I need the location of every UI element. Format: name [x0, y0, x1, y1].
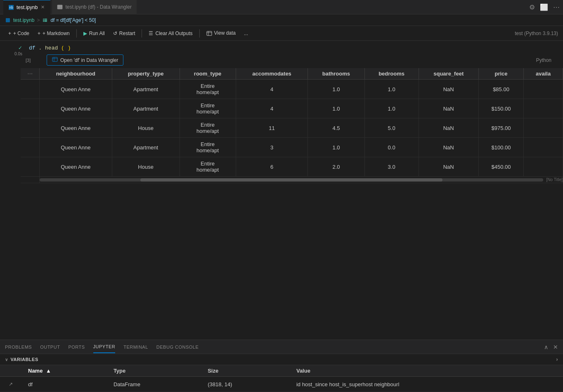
cell-price: $85.00 [478, 80, 524, 99]
cell-accommodates: 3 [236, 138, 308, 157]
var-size: (3818, 14) [201, 377, 290, 392]
cell-neighbourhood: Queen Anne [40, 157, 112, 177]
cell-3: ✓ 0.0s df . head ( ) [3] [0, 44, 563, 68]
title-bar-right: ⚙ ⬜ ⋯ [529, 3, 560, 11]
scrollbar-thumb [140, 178, 442, 182]
cell-bedrooms: 1.0 [364, 80, 419, 99]
more-icon[interactable]: ⋯ [553, 3, 560, 11]
cell-neighbourhood: Queen Anne [40, 99, 112, 118]
col-type[interactable]: Type [107, 365, 201, 377]
clear-outputs-button[interactable]: ☰ Clear All Outputs [145, 29, 196, 38]
plus-icon: + [8, 31, 11, 36]
scrollbar-track-cell[interactable]: [No Title] [40, 177, 563, 183]
data-wrangler-btn-icon [52, 57, 58, 64]
svg-rect-9 [207, 31, 212, 35]
col-header-neighbourhood[interactable]: neighbourhood [40, 68, 112, 80]
dw-button-label: Open 'df' in Data Wrangler [60, 57, 118, 63]
tab-output[interactable]: OUTPUT [40, 341, 60, 353]
code-method: head [45, 45, 58, 51]
svg-rect-12 [52, 57, 57, 61]
col-header-square-feet[interactable]: square_feet [419, 68, 478, 80]
tab-problems[interactable]: PROBLEMS [5, 341, 32, 353]
tab-data-wrangler[interactable]: test.ipynb (df) - Data Wrangler [52, 0, 137, 14]
notebook-icon: nb [8, 5, 14, 10]
cell-bedrooms: 3.0 [364, 157, 419, 177]
layout-icon[interactable]: ⬜ [540, 3, 548, 11]
cell-property-type: House [112, 118, 180, 138]
cell-time: 0.0s [14, 52, 22, 56]
col-value[interactable]: Value [290, 365, 563, 377]
cell-square-feet: NaN [419, 118, 478, 138]
cell-bathrooms: 2.0 [308, 157, 364, 177]
variables-more-icon[interactable]: › [556, 357, 558, 362]
cell-property-type: Apartment [112, 138, 180, 157]
close-panel-icon[interactable]: ✕ [553, 344, 558, 350]
col-header-room-type[interactable]: room_type [180, 68, 236, 80]
table-row: Queen Anne Apartment Entirehome/apt 3 1.… [21, 138, 563, 157]
tab-test-ipynb[interactable]: nb test.ipynb ✕ [3, 0, 50, 14]
tab-jupyter[interactable]: JUPYTER [93, 341, 116, 353]
export-variable-icon[interactable]: ↗ [7, 380, 15, 388]
tab-terminal[interactable]: TERMINAL [123, 341, 148, 353]
col-header-accommodates[interactable]: accommodates [236, 68, 308, 80]
variables-header[interactable]: ∨ VARIABLES › [0, 354, 563, 365]
cell-accommodates: 6 [236, 157, 308, 177]
breadcrumb-file[interactable]: test.ipynb [13, 17, 34, 23]
col-header-bathrooms[interactable]: bathrooms [308, 68, 364, 80]
run-all-button[interactable]: ▶ Run All [80, 29, 108, 38]
cell-accommodates: 4 [236, 80, 308, 99]
cell-room-type: Entirehome/apt [180, 118, 236, 138]
data-table: ⋯ neighbourhood property_type room_type … [21, 68, 563, 183]
settings-icon[interactable]: ⚙ [529, 3, 535, 11]
horizontal-scrollbar[interactable] [40, 178, 543, 182]
var-name: df [21, 377, 107, 392]
svg-text:nb: nb [9, 6, 13, 9]
var-value: id host_since host_is_superhost neighbou… [290, 377, 563, 392]
cell-availa [524, 80, 563, 99]
add-markdown-button[interactable]: + + Markdown [34, 29, 73, 38]
cell-square-feet: NaN [419, 80, 478, 99]
col-header-availa[interactable]: availa [524, 68, 563, 80]
cell-square-feet: NaN [419, 99, 478, 118]
tab-ports[interactable]: PORTS [68, 341, 85, 353]
col-size[interactable]: Size [201, 365, 290, 377]
table-row: Queen Anne House Entirehome/apt 6 2.0 3.… [21, 157, 563, 177]
notebook-scroll-area[interactable]: ✓ 0.0s df . head ( ) [3] [0, 41, 563, 340]
code-paren-close: ) [68, 45, 71, 51]
code-line: df . head ( ) [26, 44, 558, 52]
restart-button[interactable]: ↺ Restart [110, 29, 139, 38]
more-button[interactable]: ... [241, 29, 251, 38]
col-header-bedrooms[interactable]: bedrooms [364, 68, 419, 80]
more-icon: ... [244, 31, 248, 36]
add-code-button[interactable]: + + Code [5, 29, 33, 38]
scrollbar-row: [No Title] [21, 177, 563, 183]
cell-bedrooms: 0.0 [364, 138, 419, 157]
cell-price: $450.00 [478, 157, 524, 177]
cell-room-type: Entirehome/apt [180, 138, 236, 157]
no-title-label: [No Title] [546, 177, 563, 182]
table-row: Queen Anne House Entirehome/apt 11 4.5 5… [21, 118, 563, 138]
view-data-button[interactable]: View data [203, 28, 239, 38]
chevron-up-icon[interactable]: ∧ [544, 344, 548, 350]
close-icon[interactable]: ✕ [40, 4, 45, 11]
notebook-small-icon [5, 17, 11, 23]
col-name[interactable]: Name ▲ [21, 365, 107, 377]
code-paren-open: ( [61, 45, 64, 51]
python-version[interactable]: test (Python 3.9.13) [515, 31, 558, 36]
notebook-area: ✓ 0.0s df . head ( ) [3] [0, 41, 563, 187]
col-header-price[interactable]: price [478, 68, 524, 80]
cell-neighbourhood: Queen Anne [40, 80, 112, 99]
sort-asc-icon: ▲ [46, 368, 51, 374]
col-header-property-type[interactable]: property_type [112, 68, 180, 80]
tab-debug-console[interactable]: DEBUG CONSOLE [156, 341, 199, 353]
cell-neighbourhood: Queen Anne [40, 118, 112, 138]
row-idx [21, 138, 40, 157]
cell-availa [524, 99, 563, 118]
cell-availa [524, 138, 563, 157]
open-in-data-wrangler-button[interactable]: Open 'df' in Data Wrangler [47, 54, 123, 66]
var-export-cell[interactable]: ↗ [0, 377, 21, 392]
output-row: [3] Open 'df' in Data Wrangler [26, 52, 558, 68]
svg-rect-2 [57, 5, 62, 9]
table-header-row: ⋯ neighbourhood property_type room_type … [21, 68, 563, 80]
cell-price: $975.00 [478, 118, 524, 138]
